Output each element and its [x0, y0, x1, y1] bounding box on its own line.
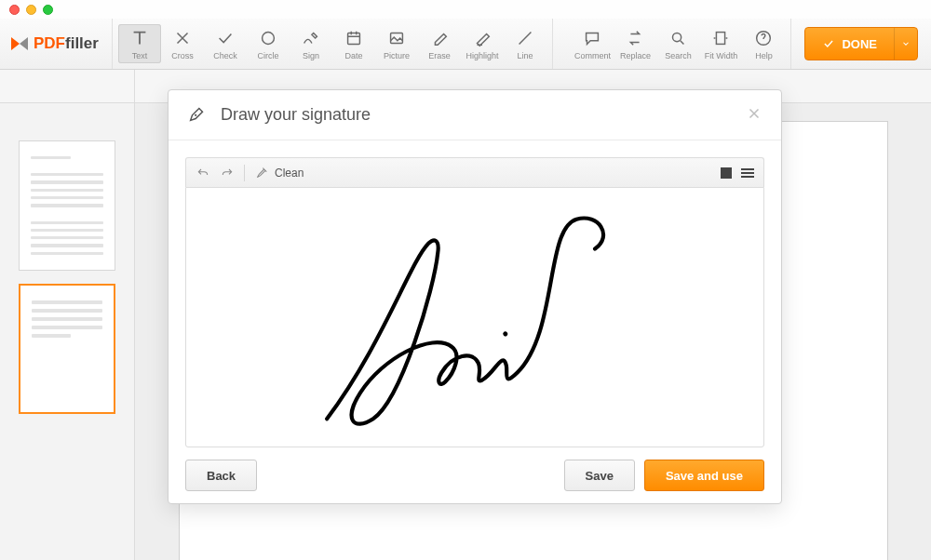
modal-header: Draw your signature [169, 90, 781, 140]
pen-nib-icon [187, 103, 208, 127]
signature-canvas[interactable] [185, 187, 764, 447]
sig-style-button[interactable] [741, 168, 754, 178]
save-button[interactable]: Save [564, 460, 635, 491]
modal-title: Draw your signature [221, 105, 371, 125]
sig-undo-button[interactable] [196, 166, 210, 180]
sig-clean-button[interactable]: Clean [254, 166, 304, 180]
sig-redo-button[interactable] [220, 166, 235, 180]
sig-clean-label: Clean [275, 167, 304, 180]
back-label: Back [207, 469, 236, 483]
square-icon [721, 167, 732, 179]
lines-icon [741, 168, 754, 178]
save-label: Save [586, 469, 614, 483]
svg-point-9 [195, 113, 196, 115]
modal-backdrop: Draw your signature Clean [0, 0, 931, 560]
signature-toolbar: Clean [185, 157, 764, 187]
divider [244, 165, 245, 181]
modal-close-button[interactable] [746, 105, 762, 126]
back-button[interactable]: Back [185, 460, 257, 491]
signature-modal: Draw your signature Clean [168, 89, 782, 504]
save-use-label: Save and use [666, 469, 743, 483]
modal-footer: Back Save Save and use [169, 447, 781, 503]
broom-icon [254, 166, 269, 180]
sig-thickness-button[interactable] [721, 167, 732, 179]
close-icon [746, 105, 762, 122]
signature-drawing [186, 188, 763, 447]
save-and-use-button[interactable]: Save and use [644, 460, 764, 491]
